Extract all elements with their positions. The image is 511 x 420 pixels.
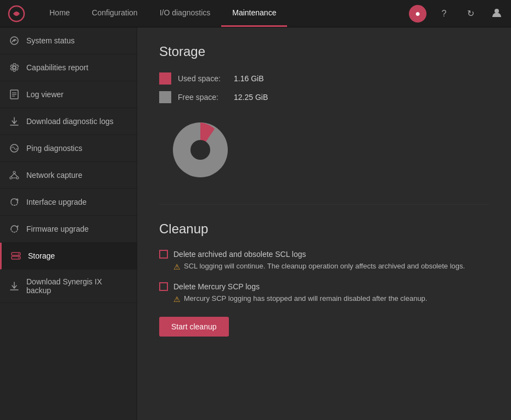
help-button[interactable]: ? xyxy=(435,5,453,23)
svg-line-13 xyxy=(11,173,14,177)
scl-warning-text: SCL logging will continue. The cleanup o… xyxy=(184,262,465,270)
scl-warning-row: ⚠ SCL logging will continue. The cleanup… xyxy=(173,262,489,271)
used-space-row: Used space: 1.16 GiB xyxy=(159,72,489,85)
scl-warning-icon: ⚠ xyxy=(173,262,181,271)
mercury-checkbox-row: Delete Mercury SCP logs xyxy=(159,282,489,291)
free-space-value: 12.25 GiB xyxy=(234,93,268,102)
mercury-warning-icon: ⚠ xyxy=(173,295,181,304)
network-icon xyxy=(9,170,20,181)
nav-home[interactable]: Home xyxy=(38,0,81,27)
user-icon xyxy=(492,8,502,20)
record-icon: ● xyxy=(415,9,420,19)
cleanup-title: Cleanup xyxy=(159,221,489,237)
sidebar-item-download-diagnostic-logs[interactable]: Download diagnostic logs xyxy=(0,108,137,135)
sidebar-label-system-status: System status xyxy=(26,36,75,45)
svg-point-18 xyxy=(18,254,19,255)
free-color-swatch xyxy=(159,91,171,103)
download2-icon xyxy=(9,281,20,292)
sidebar-item-system-status[interactable]: System status xyxy=(0,27,137,54)
sidebar-item-ping-diagnostics[interactable]: Ping diagnostics xyxy=(0,135,137,162)
cleanup-items: Delete archived and obsolete SCL logs ⚠ … xyxy=(159,250,489,304)
delete-scl-checkbox[interactable] xyxy=(159,250,168,259)
gear-icon xyxy=(9,62,20,73)
cleanup-item-scl: Delete archived and obsolete SCL logs ⚠ … xyxy=(159,250,489,271)
svg-point-3 xyxy=(14,40,15,42)
mercury-warning-text: Mercury SCP logging has stopped and will… xyxy=(184,294,427,303)
used-space-value: 1.16 GiB xyxy=(234,74,263,83)
svg-point-12 xyxy=(16,177,19,179)
nav-icon-group: ● ? ↻ xyxy=(409,5,506,23)
top-navigation: Home Configuration I/O diagnostics Maint… xyxy=(0,0,511,27)
main-layout: System status Capabilities report Lo xyxy=(0,27,511,420)
firmware-upgrade-icon xyxy=(9,223,20,234)
svg-line-14 xyxy=(14,173,18,177)
sidebar-label-capabilities-report: Capabilities report xyxy=(26,63,88,72)
ping-icon xyxy=(9,143,20,154)
delete-mercury-checkbox[interactable] xyxy=(159,282,168,291)
sidebar-label-download-diagnostic-logs: Download diagnostic logs xyxy=(26,117,114,126)
record-button[interactable]: ● xyxy=(409,5,426,23)
sidebar-item-network-capture[interactable]: Network capture xyxy=(0,162,137,189)
storage-legend: Used space: 1.16 GiB Free space: 12.25 G… xyxy=(159,72,489,103)
sidebar-label-storage: Storage xyxy=(28,251,55,260)
sidebar-label-download-synergis: Download Synergis IX backup xyxy=(26,277,128,295)
sidebar-label-network-capture: Network capture xyxy=(26,171,82,180)
user-button[interactable] xyxy=(488,5,506,23)
download-icon xyxy=(9,116,20,127)
svg-point-1 xyxy=(495,9,499,13)
storage-section: Storage Used space: 1.16 GiB Free space:… xyxy=(159,44,489,205)
delete-mercury-label: Delete Mercury SCP logs xyxy=(173,282,260,291)
svg-point-10 xyxy=(13,171,15,173)
sidebar-item-firmware-upgrade[interactable]: Firmware upgrade xyxy=(0,216,137,243)
refresh-icon: ↻ xyxy=(467,8,474,19)
svg-point-22 xyxy=(190,140,210,160)
sidebar-label-ping-diagnostics: Ping diagnostics xyxy=(26,144,82,153)
doc-icon xyxy=(9,89,20,100)
sidebar-label-firmware-upgrade: Firmware upgrade xyxy=(26,225,89,233)
sidebar-label-interface-upgrade: Interface upgrade xyxy=(26,198,87,206)
nav-maintenance[interactable]: Maintenance xyxy=(221,0,287,27)
storage-pie-chart xyxy=(165,114,489,188)
interface-upgrade-icon xyxy=(9,197,20,208)
sidebar-item-interface-upgrade[interactable]: Interface upgrade xyxy=(0,189,137,216)
main-content: Storage Used space: 1.16 GiB Free space:… xyxy=(137,27,511,420)
logo[interactable] xyxy=(5,3,27,25)
nav-io-diagnostics[interactable]: I/O diagnostics xyxy=(149,0,222,27)
sidebar: System status Capabilities report Lo xyxy=(0,27,137,420)
sidebar-item-log-viewer[interactable]: Log viewer xyxy=(0,81,137,108)
mercury-warning-row: ⚠ Mercury SCP logging has stopped and wi… xyxy=(173,294,489,304)
cleanup-item-mercury: Delete Mercury SCP logs ⚠ Mercury SCP lo… xyxy=(159,282,489,304)
delete-scl-label: Delete archived and obsolete SCL logs xyxy=(173,250,306,259)
scl-checkbox-row: Delete archived and obsolete SCL logs xyxy=(159,250,489,259)
free-space-label: Free space: xyxy=(178,93,227,102)
cleanup-section: Cleanup Delete archived and obsolete SCL… xyxy=(159,221,489,337)
used-color-swatch xyxy=(159,72,171,85)
sidebar-item-capabilities-report[interactable]: Capabilities report xyxy=(0,54,137,81)
free-space-row: Free space: 12.25 GiB xyxy=(159,91,489,103)
help-icon: ? xyxy=(442,9,447,19)
refresh-button[interactable]: ↻ xyxy=(462,5,479,23)
svg-point-11 xyxy=(10,177,12,179)
start-cleanup-button[interactable]: Start cleanup xyxy=(159,317,229,337)
nav-links: Home Configuration I/O diagnostics Maint… xyxy=(38,0,409,27)
sidebar-item-download-synergis[interactable]: Download Synergis IX backup xyxy=(0,270,137,303)
used-space-label: Used space: xyxy=(178,74,227,83)
storage-title: Storage xyxy=(159,44,489,59)
storage-icon xyxy=(10,250,21,261)
nav-configuration[interactable]: Configuration xyxy=(81,0,148,27)
svg-point-19 xyxy=(18,257,19,259)
sidebar-item-storage[interactable]: Storage xyxy=(0,243,137,270)
gauge-icon xyxy=(9,35,20,46)
sidebar-label-log-viewer: Log viewer xyxy=(26,90,64,99)
